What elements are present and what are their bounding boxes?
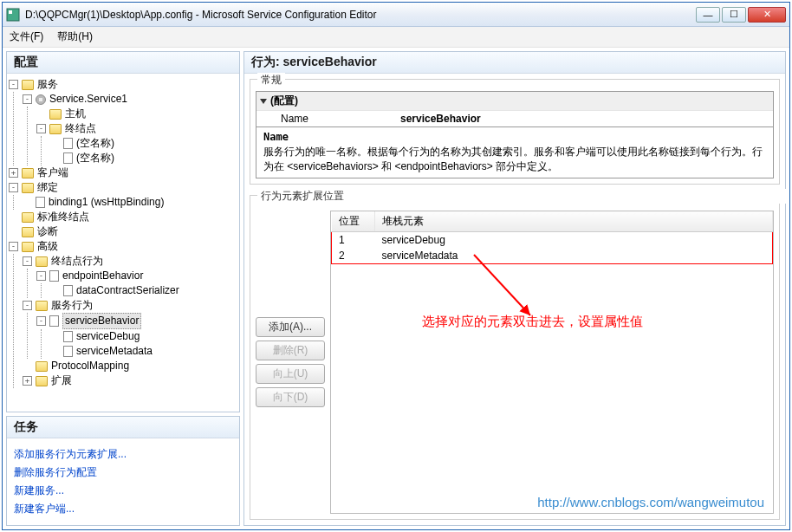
col-pos[interactable]: 位置 bbox=[332, 211, 375, 232]
tree-endpoints[interactable]: 终结点 bbox=[65, 121, 96, 136]
folder-icon bbox=[36, 361, 48, 372]
folder-icon bbox=[22, 80, 34, 90]
task-add-extension[interactable]: 添加服务行为元素扩展... bbox=[14, 447, 232, 462]
svg-rect-1 bbox=[9, 10, 12, 14]
left-column: 配置 -服务 -Service.Service1 主机 -终结点 (空名称) (… bbox=[6, 51, 240, 526]
delete-button[interactable]: 删除(R) bbox=[256, 341, 325, 360]
tree-extensions[interactable]: 扩展 bbox=[51, 373, 72, 388]
folder-icon bbox=[49, 109, 62, 120]
folder-icon bbox=[36, 301, 48, 311]
cell-name: serviceDebug bbox=[375, 232, 773, 249]
tree-svc-metadata[interactable]: serviceMetadata bbox=[76, 344, 153, 359]
tree-datacontract[interactable]: dataContractSerializer bbox=[76, 283, 179, 298]
tree-service1[interactable]: Service.Service1 bbox=[49, 92, 127, 107]
tree-host[interactable]: 主机 bbox=[65, 107, 86, 121]
tree-svc-behavior[interactable]: 服务行为 bbox=[51, 298, 93, 313]
endpoint-icon bbox=[63, 152, 73, 164]
config-panel: 配置 -服务 -Service.Service1 主机 -终结点 (空名称) (… bbox=[6, 51, 240, 412]
minimize-button[interactable]: — bbox=[696, 7, 720, 23]
expand-icon[interactable]: + bbox=[9, 168, 18, 178]
right-panel: 行为: serviceBehavior 常规 (配置) Name service… bbox=[243, 51, 786, 526]
menu-file[interactable]: 文件(F) bbox=[10, 29, 43, 44]
tree-diagnose[interactable]: 诊断 bbox=[37, 224, 58, 239]
tree-services[interactable]: 服务 bbox=[37, 77, 58, 92]
button-column: 添加(A)... 删除(R) 向上(U) 向下(D) bbox=[256, 211, 325, 514]
prop-name-label[interactable]: Name bbox=[256, 110, 395, 127]
service-icon bbox=[36, 94, 46, 105]
behavior-icon bbox=[49, 315, 59, 327]
tree-advanced[interactable]: 高级 bbox=[37, 239, 58, 254]
folder-icon bbox=[36, 256, 48, 267]
expand-icon[interactable]: + bbox=[23, 376, 32, 386]
prop-desc-text: 服务行为的唯一名称。根据每个行为的名称为其创建索引。服务和客户端可以使用此名称链… bbox=[263, 146, 763, 172]
tree-client[interactable]: 客户端 bbox=[37, 165, 68, 180]
down-button[interactable]: 向下(D) bbox=[256, 387, 325, 407]
extension-group: 行为元素扩展位置 添加(A)... 删除(R) 向上(U) 向下(D) 位置 bbox=[250, 195, 780, 520]
app-window: D:\QQPCMgr(1)\Desktop\App.config - Micro… bbox=[2, 2, 790, 530]
expand-icon[interactable]: - bbox=[36, 271, 46, 281]
menu-help[interactable]: 帮助(H) bbox=[57, 29, 93, 44]
window-title: D:\QQPCMgr(1)\Desktop\App.config - Micro… bbox=[25, 9, 696, 21]
prop-category: (配置) bbox=[270, 94, 298, 107]
up-button[interactable]: 向上(U) bbox=[256, 364, 325, 384]
stack-table-wrap: 位置 堆栈元素 1serviceDebug 2serviceMetadata bbox=[330, 211, 774, 514]
element-icon bbox=[63, 331, 73, 342]
annotation-text: 选择对应的元素双击进去，设置属性值 bbox=[422, 314, 643, 330]
expand-icon[interactable]: - bbox=[36, 124, 46, 133]
menubar: 文件(F) 帮助(H) bbox=[3, 27, 789, 48]
titlebar: D:\QQPCMgr(1)\Desktop\App.config - Micro… bbox=[3, 3, 789, 27]
prop-name-value[interactable]: serviceBehavior bbox=[395, 110, 773, 127]
tasks-header: 任务 bbox=[7, 417, 239, 438]
element-icon bbox=[63, 346, 73, 357]
cell-pos: 2 bbox=[332, 248, 375, 264]
tasks-panel: 任务 添加服务行为元素扩展... 删除服务行为配置 新建服务... 新建客户端.… bbox=[6, 416, 240, 526]
tree-svc-behavior-item[interactable]: serviceBehavior bbox=[62, 313, 141, 329]
expand-icon[interactable]: - bbox=[36, 316, 46, 326]
tree-ep-behavior[interactable]: 终结点行为 bbox=[51, 254, 103, 269]
tree-binding1[interactable]: binding1 (wsHttpBinding) bbox=[49, 195, 164, 210]
table-row[interactable]: 1serviceDebug bbox=[332, 232, 773, 249]
add-button[interactable]: 添加(A)... bbox=[256, 317, 325, 337]
config-tree[interactable]: -服务 -Service.Service1 主机 -终结点 (空名称) (空名称… bbox=[7, 74, 239, 412]
binding-icon bbox=[36, 197, 45, 208]
tree-ep-empty[interactable]: (空名称) bbox=[76, 136, 114, 151]
behavior-icon bbox=[49, 270, 59, 282]
maximize-button[interactable]: ☐ bbox=[722, 7, 746, 23]
extension-group-title: 行为元素扩展位置 bbox=[257, 189, 786, 204]
expand-icon[interactable]: - bbox=[23, 256, 32, 266]
expand-icon[interactable]: - bbox=[23, 301, 32, 310]
task-new-service[interactable]: 新建服务... bbox=[14, 483, 232, 498]
close-button[interactable]: ✕ bbox=[748, 7, 786, 23]
expand-icon[interactable]: - bbox=[9, 80, 18, 89]
task-delete-behavior[interactable]: 删除服务行为配置 bbox=[14, 465, 232, 480]
expand-icon[interactable]: - bbox=[9, 183, 18, 192]
expand-icon[interactable]: - bbox=[9, 242, 18, 251]
general-group: 常规 (配置) Name serviceBehavior Name 服务行为的唯… bbox=[250, 79, 780, 185]
general-group-title: 常规 bbox=[257, 73, 285, 88]
config-header: 配置 bbox=[7, 52, 239, 74]
app-icon bbox=[6, 8, 20, 22]
folder-icon bbox=[22, 227, 34, 237]
tree-ep-behavior-item[interactable]: endpointBehavior bbox=[62, 269, 143, 283]
folder-icon bbox=[22, 168, 34, 178]
detail-header: 行为: serviceBehavior bbox=[244, 52, 785, 74]
folder-icon bbox=[49, 124, 62, 134]
tree-ep-empty2[interactable]: (空名称) bbox=[76, 151, 114, 165]
tree-svc-debug[interactable]: serviceDebug bbox=[76, 329, 140, 344]
prop-description: Name 服务行为的唯一名称。根据每个行为的名称为其创建索引。服务和客户端可以使… bbox=[256, 127, 773, 178]
watermark: http://www.cnblogs.com/wangweimutou bbox=[537, 495, 764, 509]
col-stack[interactable]: 堆栈元素 bbox=[375, 211, 773, 232]
cell-name: serviceMetadata bbox=[375, 248, 773, 264]
folder-icon bbox=[22, 212, 34, 223]
tree-binding[interactable]: 绑定 bbox=[37, 180, 58, 195]
expand-icon[interactable]: - bbox=[23, 94, 32, 104]
property-grid[interactable]: (配置) Name serviceBehavior Name 服务行为的唯一名称… bbox=[256, 91, 774, 178]
element-icon bbox=[63, 285, 73, 296]
endpoint-icon bbox=[63, 138, 73, 149]
task-new-client[interactable]: 新建客户端... bbox=[14, 502, 232, 516]
tree-protocol-mapping[interactable]: ProtocolMapping bbox=[51, 359, 129, 373]
folder-icon bbox=[22, 183, 34, 193]
cell-pos: 1 bbox=[332, 232, 375, 249]
tree-std-endpoints[interactable]: 标准终结点 bbox=[37, 210, 89, 224]
collapse-icon[interactable] bbox=[260, 99, 267, 104]
